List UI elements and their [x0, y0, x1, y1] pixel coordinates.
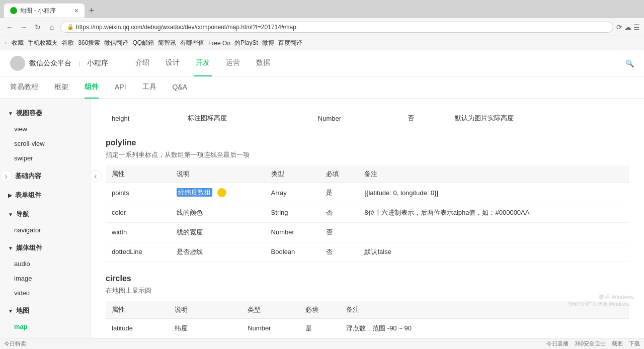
top-nav-right: 🔍	[625, 59, 634, 67]
sidebar-group-header-media[interactable]: ▼ 媒体组件	[0, 239, 90, 256]
status-bar: 今日特卖 今日直播 360安全卫士 截图 下载	[0, 338, 644, 349]
back-button[interactable]: ←	[4, 22, 15, 33]
sidebar-item-audio[interactable]: audio	[0, 256, 90, 271]
sidebar-group-header-view[interactable]: ▼ 视图容器	[0, 105, 90, 122]
ssl-icon: 🔒	[67, 24, 74, 30]
refresh-icon[interactable]: ⟳	[616, 23, 622, 31]
sub-nav-component[interactable]: 组件	[85, 76, 99, 99]
forward-button[interactable]: →	[18, 22, 29, 33]
attr-width-type: Number	[265, 222, 320, 242]
nav-item-ops[interactable]: 运营	[224, 50, 242, 76]
col-header-attr: 属性	[106, 301, 169, 319]
col-header-attr: 属性	[106, 165, 171, 183]
sidebar-group-map: ▼ 地图 map	[0, 302, 90, 334]
sidebar-item-navigator[interactable]: navigator	[0, 223, 90, 237]
bookmark-weibo[interactable]: 微博	[262, 39, 274, 47]
attr-height-type: Number	[312, 109, 401, 128]
sidebar-item-swiper[interactable]: swiper	[0, 151, 90, 165]
bookmark-jianzhi[interactable]: 简智讯	[158, 39, 176, 47]
bookmark-value[interactable]: 有哪些值	[180, 39, 204, 47]
logo-area: 微信公众平台 | 小程序	[10, 56, 108, 71]
tab-close-button[interactable]: ×	[74, 7, 78, 15]
sub-nav-qa[interactable]: Q&A	[173, 76, 188, 99]
chevron-down-icon-nav: ▼	[8, 212, 13, 217]
nav-item-design[interactable]: 设计	[164, 50, 182, 76]
sidebar-item-video[interactable]: video	[0, 286, 90, 300]
status-right: 今日直播 360安全卫士 截图 下载	[546, 340, 640, 347]
collapse-left-button[interactable]: ‹	[90, 170, 102, 182]
attr-dottedline-remark: 默认false	[358, 242, 629, 261]
tab-title: 地图 - 小程序	[20, 7, 56, 15]
attr-points: points	[106, 183, 171, 203]
bookmark-favorites[interactable]: ← 收藏	[4, 39, 24, 47]
sidebar-group-label-map: 地图	[16, 306, 29, 315]
nav-item-intro[interactable]: 介绍	[133, 50, 151, 76]
sidebar-group-media: ▼ 媒体组件 audio image video	[0, 239, 90, 300]
nav-item-data[interactable]: 数据	[254, 50, 272, 76]
attr-color: color	[106, 203, 171, 222]
circles-desc: 在地图上显示圆	[106, 286, 629, 295]
new-tab-button[interactable]: +	[85, 4, 99, 18]
attr-latitude-remark: 浮点数，范围 -90 ~ 90	[340, 318, 629, 338]
status-360: 360安全卫士	[575, 340, 606, 347]
attr-latitude-type: Number	[242, 318, 299, 338]
address-bar: ← → ↻ ⌂ 🔒 https://mp.weixin.qq.com/debug…	[0, 18, 644, 36]
sub-nav-tutorial[interactable]: 简易教程	[10, 76, 38, 99]
cloud-icon[interactable]: ☁	[624, 23, 631, 31]
bookmark-google[interactable]: 谷歌	[62, 39, 74, 47]
search-icon[interactable]: 🔍	[625, 59, 634, 67]
sidebar-item-map[interactable]: map	[0, 319, 90, 334]
sidebar-group-nav: ▼ 导航 navigator	[0, 206, 90, 237]
active-tab[interactable]: 地图 - 小程序 ×	[4, 4, 85, 18]
sidebar-group-label-form: 表单组件	[15, 191, 41, 200]
home-button[interactable]: ⌂	[46, 22, 57, 33]
table-header-row: 属性 说明 类型 必填 备注	[106, 301, 629, 319]
sub-nav-framework[interactable]: 框架	[54, 76, 68, 99]
tooltip-dot	[217, 188, 226, 197]
sub-nav-api[interactable]: API	[115, 76, 126, 99]
table-row: color 线的颜色 String 否 8位十六进制表示，后两位表示alpha值…	[106, 203, 629, 222]
attr-height: height	[106, 109, 182, 128]
nav-item-dev[interactable]: 开发	[194, 50, 212, 76]
chevron-down-icon: ▼	[8, 111, 13, 116]
bookmark-qq[interactable]: QQ邮箱	[132, 39, 154, 47]
bookmark-freeon[interactable]: Free On	[208, 40, 230, 47]
logo-separator: |	[78, 59, 80, 67]
polyline-title: polyline	[106, 138, 629, 147]
sidebar-group-header-basic[interactable]: ▶ 基础内容	[0, 167, 90, 185]
bookmark-playst[interactable]: 的PlaySt	[234, 39, 258, 47]
attr-points-remark: [{latitude: 0, longitude: 0}]	[358, 183, 629, 203]
sidebar-item-view[interactable]: view	[0, 122, 90, 136]
attr-width-desc: 线的宽度	[171, 222, 265, 242]
bookmark-weixin[interactable]: 微信翻译	[104, 39, 128, 47]
refresh-button[interactable]: ↻	[32, 22, 43, 33]
sidebar-group-label-nav: 导航	[16, 210, 29, 219]
logo-avatar	[10, 56, 25, 71]
sidebar-item-scroll-view[interactable]: scroll-view	[0, 136, 90, 151]
attr-latitude-required: 是	[299, 318, 341, 338]
settings-icon[interactable]: ☰	[633, 23, 640, 31]
col-header-required: 必填	[299, 301, 341, 319]
attr-width-remark	[358, 222, 629, 242]
sidebar-item-image[interactable]: image	[0, 271, 90, 286]
bookmark-mobile[interactable]: 手机收藏夹	[28, 39, 58, 47]
logo-app-name: 小程序	[87, 59, 108, 68]
sidebar-group-header-nav[interactable]: ▼ 导航	[0, 206, 90, 223]
attr-color-required: 否	[320, 203, 358, 222]
url-bar[interactable]: 🔒 https://mp.weixin.qq.com/debug/wxadoc/…	[60, 22, 613, 33]
attr-width: width	[106, 222, 171, 242]
top-nav: 微信公众平台 | 小程序 介绍 设计 开发 运营 数据 🔍	[0, 50, 644, 76]
sub-nav-tools[interactable]: 工具	[142, 76, 156, 99]
attr-dottedline-type: Boolean	[265, 242, 320, 261]
sidebar-group-header-map[interactable]: ▼ 地图	[0, 302, 90, 319]
height-table: height 标注图标高度 Number 否 默认为图片实际高度	[106, 109, 629, 128]
sidebar-group-header-form[interactable]: ▶ 表单组件	[0, 187, 90, 204]
attr-color-remark: 8位十六进制表示，后两位表示alpha值，如：#000000AA	[358, 203, 629, 222]
circles-title: circles	[106, 274, 629, 283]
col-header-remark: 备注	[358, 165, 629, 183]
bookmark-360[interactable]: 360搜索	[78, 39, 100, 47]
status-left: 今日特卖	[4, 340, 26, 347]
collapse-right-button[interactable]: ›	[0, 170, 12, 182]
attr-height-required: 否	[401, 109, 449, 128]
bookmark-baidu[interactable]: 百度翻译	[278, 39, 302, 47]
